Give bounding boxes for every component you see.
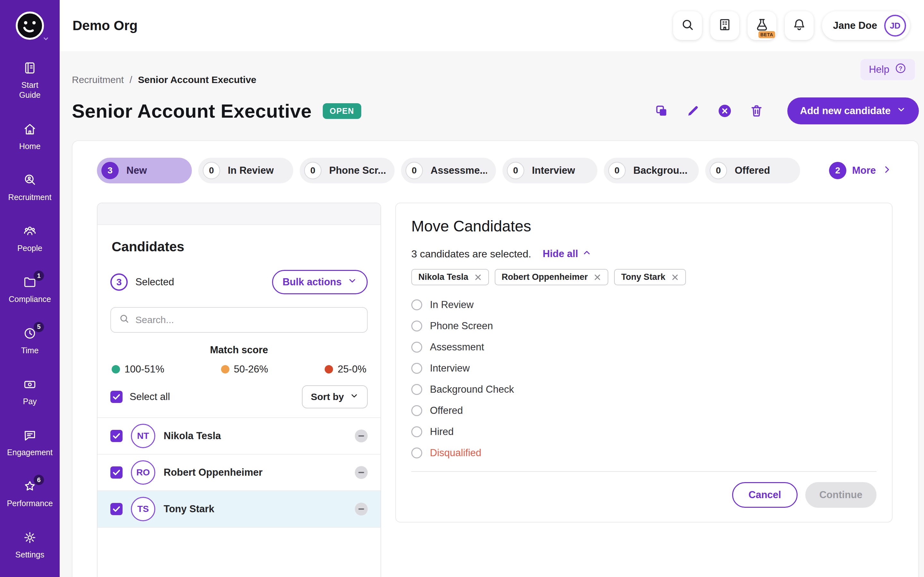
sidebar-item-people[interactable]: People: [0, 217, 60, 261]
breadcrumb-current: Senior Account Executive: [138, 74, 256, 85]
edit-pencil-icon[interactable]: [686, 104, 700, 118]
stage-background-check[interactable]: 0 Backgrou...: [604, 158, 699, 183]
org-logo-switcher[interactable]: [0, 0, 60, 54]
sidebar-item-recruitment[interactable]: Recruitment: [0, 166, 60, 210]
radio-icon[interactable]: [411, 300, 422, 310]
stage-phone-screen[interactable]: 0 Phone Scr...: [300, 158, 395, 183]
move-candidates-panel: Move Candidates 3 candidates are selecte…: [395, 203, 893, 522]
chip-label: Robert Oppenheimer: [502, 272, 588, 282]
stage-label: In Review: [228, 165, 274, 176]
pipeline-stages: 3 New 0 In Review 0 Phone Scr... 0 Asses…: [97, 158, 893, 183]
add-new-candidate-button[interactable]: Add new candidate: [787, 97, 919, 124]
notifications-button[interactable]: [785, 11, 814, 40]
radio-icon[interactable]: [411, 426, 422, 437]
radio-icon[interactable]: [411, 342, 422, 353]
stages-more-button[interactable]: 2 More: [829, 162, 893, 179]
option-hired[interactable]: Hired: [411, 421, 877, 442]
stage-offered[interactable]: 0 Offered: [705, 158, 800, 183]
sidebar-item-home[interactable]: Home: [0, 115, 60, 159]
option-assessment[interactable]: Assessment: [411, 337, 877, 358]
page-content: Help ? Recruitment / Senior Account Exec…: [60, 51, 924, 577]
user-menu[interactable]: Jane Doe JD: [822, 11, 910, 40]
search-button[interactable]: [673, 11, 702, 40]
trash-icon[interactable]: [750, 104, 764, 118]
option-label: Offered: [430, 405, 463, 416]
continue-button[interactable]: Continue: [805, 482, 877, 508]
chip-remove-icon[interactable]: [671, 274, 679, 281]
candidate-chip: Tony Stark: [614, 269, 686, 285]
chevron-down-icon: [897, 105, 906, 117]
radio-icon[interactable]: [411, 363, 422, 374]
candidate-checkbox[interactable]: [110, 503, 123, 515]
job-pipeline-card: 3 New 0 In Review 0 Phone Scr... 0 Asses…: [72, 140, 919, 577]
candidate-row[interactable]: NT Nikola Tesla: [97, 418, 381, 455]
sidebar-item-compliance[interactable]: 1 Compliance: [0, 268, 60, 312]
chip-label: Tony Stark: [621, 272, 666, 282]
match-score-title: Match score: [110, 344, 368, 356]
cancel-button[interactable]: Cancel: [732, 482, 798, 508]
candidate-row[interactable]: TS Tony Stark: [97, 491, 381, 528]
candidate-name: Tony Stark: [164, 503, 214, 515]
org-directory-button[interactable]: [710, 11, 739, 40]
candidate-checkbox[interactable]: [110, 466, 123, 479]
deselect-minus-icon[interactable]: [355, 503, 368, 516]
people-icon: [22, 223, 37, 239]
radio-icon[interactable]: [411, 448, 422, 458]
buildings-icon: [718, 18, 732, 34]
stage-interview[interactable]: 0 Interview: [502, 158, 598, 183]
radio-icon[interactable]: [411, 384, 422, 395]
option-offered[interactable]: Offered: [411, 400, 877, 421]
stage-in-review[interactable]: 0 In Review: [198, 158, 293, 183]
beta-badge: BETA: [758, 31, 775, 38]
selection-count-text: 3 candidates are selected.: [411, 248, 531, 260]
hide-all-toggle[interactable]: Hide all: [543, 248, 591, 260]
compliance-badge: 1: [34, 271, 44, 281]
labs-beta-button[interactable]: BETA: [748, 11, 776, 40]
search-input[interactable]: [136, 314, 359, 326]
deselect-minus-icon[interactable]: [355, 466, 368, 479]
sidebar-item-label: Compliance: [9, 294, 51, 304]
copy-icon[interactable]: [654, 104, 669, 118]
option-disqualified[interactable]: Disqualified: [411, 442, 877, 464]
move-selection-row: 3 candidates are selected. Hide all: [411, 248, 877, 260]
performance-badge: 6: [34, 475, 44, 485]
stage-assessment[interactable]: 0 Assessme...: [401, 158, 496, 183]
option-background-check[interactable]: Background Check: [411, 379, 877, 400]
candidate-row[interactable]: RO Robert Oppenheimer: [97, 455, 381, 491]
select-all-checkbox[interactable]: [110, 391, 123, 403]
option-in-review[interactable]: In Review: [411, 294, 877, 316]
radio-icon[interactable]: [411, 405, 422, 416]
breadcrumb-recruitment[interactable]: Recruitment: [72, 74, 124, 85]
stage-new[interactable]: 3 New: [97, 158, 192, 183]
org-logo-icon: [15, 11, 45, 43]
option-label: Interview: [430, 363, 470, 374]
selected-count-badge: 3: [110, 274, 128, 291]
folder-icon: 1: [22, 274, 37, 290]
sidebar-item-label: Settings: [15, 550, 44, 560]
sort-by-button[interactable]: Sort by: [302, 385, 368, 408]
sidebar-item-settings[interactable]: Settings: [0, 524, 60, 567]
viewport: Start Guide Home Recruitment People: [0, 0, 924, 577]
sidebar-item-time[interactable]: 5 Time: [0, 319, 60, 363]
legend-item-red: 25-0%: [325, 364, 367, 375]
stage-options: In Review Phone Screen Assessment: [411, 294, 877, 464]
radio-icon[interactable]: [411, 321, 422, 332]
chip-remove-icon[interactable]: [474, 274, 482, 281]
more-count-badge: 2: [829, 162, 846, 179]
sidebar-item-engagement[interactable]: Engagement: [0, 421, 60, 465]
option-interview[interactable]: Interview: [411, 358, 877, 379]
bulk-actions-button[interactable]: Bulk actions: [272, 270, 368, 294]
deselect-minus-icon[interactable]: [355, 430, 368, 442]
sidebar-item-performance[interactable]: 6 Performance: [0, 472, 60, 516]
chip-label: Nikola Tesla: [418, 272, 468, 282]
sidebar-item-pay[interactable]: Pay: [0, 370, 60, 414]
chip-remove-icon[interactable]: [594, 274, 601, 281]
option-phone-screen[interactable]: Phone Screen: [411, 316, 877, 337]
help-button[interactable]: Help ?: [861, 59, 915, 80]
org-name: Demo Org: [73, 18, 137, 33]
sidebar-item-label: Home: [19, 141, 41, 151]
sidebar-item-start-guide[interactable]: Start Guide: [0, 54, 60, 108]
chevron-down-icon: [350, 392, 359, 403]
candidate-checkbox[interactable]: [110, 430, 123, 442]
close-circle-icon[interactable]: [717, 103, 732, 118]
